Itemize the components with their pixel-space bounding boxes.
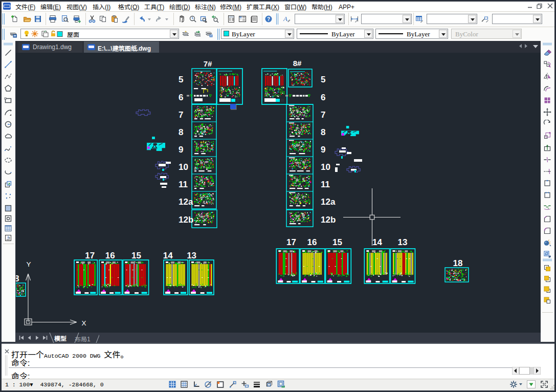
svg-text:12b: 12b bbox=[321, 215, 336, 225]
svg-text:11: 11 bbox=[179, 180, 188, 189]
svg-text:8: 8 bbox=[16, 274, 19, 284]
svg-text:6: 6 bbox=[179, 93, 183, 102]
svg-text:A: A bbox=[283, 15, 287, 23]
svg-text:14: 14 bbox=[372, 237, 382, 247]
svg-text:8: 8 bbox=[321, 127, 325, 137]
svg-text:15: 15 bbox=[332, 237, 342, 247]
svg-text:12a: 12a bbox=[321, 197, 336, 207]
svg-text:6: 6 bbox=[321, 93, 325, 102]
svg-text:8: 8 bbox=[179, 127, 183, 137]
svg-text:16: 16 bbox=[105, 251, 115, 260]
svg-text:11: 11 bbox=[321, 180, 330, 189]
svg-text:9: 9 bbox=[321, 145, 325, 155]
svg-text:9: 9 bbox=[179, 145, 183, 155]
svg-text:5: 5 bbox=[179, 75, 183, 84]
svg-text:14: 14 bbox=[163, 251, 173, 260]
svg-text:12a: 12a bbox=[179, 197, 193, 207]
svg-text:16: 16 bbox=[307, 237, 317, 247]
svg-text:12b: 12b bbox=[179, 215, 193, 225]
svg-text:8#: 8# bbox=[293, 59, 302, 68]
svg-text:A: A bbox=[7, 235, 10, 240]
svg-text:13: 13 bbox=[187, 251, 196, 260]
svg-text:X: X bbox=[81, 319, 86, 327]
svg-text:15: 15 bbox=[131, 251, 141, 260]
svg-text:17: 17 bbox=[85, 251, 95, 260]
svg-text:10: 10 bbox=[321, 162, 330, 172]
svg-text:13: 13 bbox=[398, 237, 408, 247]
svg-text:5: 5 bbox=[321, 75, 325, 84]
svg-text:7: 7 bbox=[321, 110, 325, 120]
svg-text:?: ? bbox=[267, 16, 270, 22]
svg-text:10: 10 bbox=[179, 162, 188, 172]
svg-text:Y: Y bbox=[26, 260, 31, 268]
svg-text:18: 18 bbox=[453, 258, 463, 268]
svg-text:17: 17 bbox=[286, 237, 296, 247]
svg-text:7#: 7# bbox=[204, 59, 212, 68]
svg-text:7: 7 bbox=[179, 110, 183, 120]
